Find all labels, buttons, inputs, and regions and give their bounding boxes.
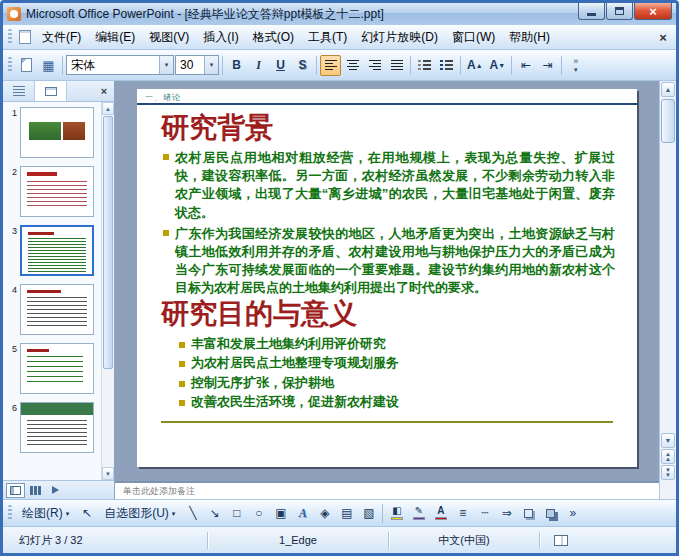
slide-sorter-view-button[interactable]: [26, 483, 45, 498]
bullets-button[interactable]: [436, 55, 457, 76]
design-template-status[interactable]: 1_Edge: [208, 531, 388, 550]
align-center-button[interactable]: [342, 55, 363, 76]
maximize-button[interactable]: [606, 3, 633, 20]
line-style-button[interactable]: ≡: [452, 503, 473, 524]
select-objects-button[interactable]: ↖: [76, 503, 97, 524]
arrow-tool-button[interactable]: ↘: [204, 503, 225, 524]
textbox-tool-button[interactable]: ▣: [270, 503, 291, 524]
slide-purpose-list[interactable]: 丰富和发展土地集约利用评价研究 为农村居民点土地整理专项规划服务 控制无序扩张，…: [179, 337, 399, 409]
new-presentation-button[interactable]: [16, 55, 37, 76]
autoshapes-menu-button[interactable]: 自选图形(U) ▾: [98, 503, 181, 524]
dash-style-button[interactable]: ┄: [474, 503, 495, 524]
close-button[interactable]: ×: [634, 3, 672, 20]
minimize-button[interactable]: [578, 3, 605, 20]
text-shadow-button[interactable]: S: [292, 55, 313, 76]
panel-scroll-track[interactable]: [102, 115, 114, 467]
clipart-button[interactable]: ▤: [336, 503, 357, 524]
increase-indent-button[interactable]: ⇥: [537, 55, 558, 76]
line-color-button[interactable]: ✎: [408, 503, 429, 524]
line-tool-button[interactable]: ╲: [182, 503, 203, 524]
notes-pane[interactable]: 单击此处添加备注: [115, 481, 659, 499]
rectangle-tool-button[interactable]: □: [226, 503, 247, 524]
align-left-button[interactable]: [320, 55, 341, 76]
menu-window[interactable]: 窗口(W): [445, 25, 502, 50]
threed-style-button[interactable]: [540, 503, 561, 524]
slide-body-text[interactable]: 农村居民点用地相对粗放经营，在用地规模上，表现为总量失控、扩展过快，建设容积率低…: [163, 149, 615, 298]
panel-scroll-down-button[interactable]: ▼: [102, 467, 114, 480]
thumbnail-preview[interactable]: [20, 166, 94, 217]
slide-thumbnail-1[interactable]: 1: [7, 107, 101, 158]
italic-button[interactable]: I: [248, 55, 269, 76]
drawbar-drag-handle[interactable]: [8, 505, 12, 521]
size-combo-arrow-icon[interactable]: ▾: [204, 56, 218, 74]
document-close-button[interactable]: ×: [652, 30, 674, 45]
next-slide-button[interactable]: ▼ ▼: [661, 465, 675, 480]
slide-thumbnail-6[interactable]: 6: [7, 402, 101, 453]
menubar-drag-handle[interactable]: [8, 29, 12, 45]
align-right-button[interactable]: [364, 55, 385, 76]
numbering-button[interactable]: [414, 55, 435, 76]
justify-button[interactable]: [386, 55, 407, 76]
menu-edit[interactable]: 编辑(E): [88, 25, 142, 50]
scroll-down-button[interactable]: ▼: [661, 433, 675, 448]
bold-button[interactable]: B: [226, 55, 247, 76]
thumbnail-preview[interactable]: [20, 402, 94, 453]
menu-insert[interactable]: 插入(I): [196, 25, 245, 50]
arrow-style-button[interactable]: ⇒: [496, 503, 517, 524]
menu-help[interactable]: 帮助(H): [502, 25, 557, 50]
previous-slide-button[interactable]: ▲ ▲: [661, 449, 675, 464]
fill-color-button[interactable]: ◧: [386, 503, 407, 524]
menu-tools[interactable]: 工具(T): [301, 25, 354, 50]
insert-picture-button[interactable]: ▧: [358, 503, 379, 524]
scroll-thumb[interactable]: [661, 99, 675, 143]
tab-outline[interactable]: [3, 81, 35, 101]
panel-close-button[interactable]: ×: [94, 81, 114, 101]
decrease-font-size-button[interactable]: A▼: [487, 55, 509, 76]
scroll-track[interactable]: [661, 99, 675, 432]
vertical-scrollbar[interactable]: ▲ ▼ ▲ ▲ ▼ ▼: [659, 81, 676, 499]
font-name-combo[interactable]: 宋体 ▾: [66, 55, 174, 75]
panel-scrollbar[interactable]: ▲ ▼: [101, 102, 114, 480]
draw-menu-button[interactable]: 绘图(R) ▾: [16, 503, 75, 524]
font-color-button[interactable]: A: [430, 503, 451, 524]
panel-scroll-thumb[interactable]: [103, 116, 113, 369]
slide-thumbnail-2[interactable]: 2: [7, 166, 101, 217]
toolbar-options-button[interactable]: »▾: [565, 55, 586, 76]
normal-view-button[interactable]: [6, 483, 25, 498]
panel-scroll-up-button[interactable]: ▲: [102, 102, 114, 115]
increase-font-size-button[interactable]: A▲: [464, 55, 486, 76]
thumbnail-preview[interactable]: [20, 225, 94, 276]
shadow-style-button[interactable]: [518, 503, 539, 524]
thumbnail-preview[interactable]: [20, 343, 94, 394]
thumbnail-preview[interactable]: [20, 107, 94, 158]
font-size-combo[interactable]: 30 ▾: [175, 55, 219, 75]
spellcheck-icon[interactable]: [554, 535, 568, 546]
diagram-button[interactable]: ◈: [314, 503, 335, 524]
slideshow-button[interactable]: [46, 483, 65, 498]
slide-canvas[interactable]: 一、绪论 研究背景 农村居民点用地相对粗放经营，在用地规模上，表现为总量失控、扩…: [137, 89, 637, 467]
underline-button[interactable]: U: [270, 55, 291, 76]
thumbnail-preview[interactable]: [20, 284, 94, 335]
slide-thumbnail-3[interactable]: 3: [7, 225, 101, 276]
oval-tool-button[interactable]: ○: [248, 503, 269, 524]
slide-workspace[interactable]: 一、绪论 研究背景 农村居民点用地相对粗放经营，在用地规模上，表现为总量失控、扩…: [115, 81, 659, 481]
table-button[interactable]: ▦: [38, 55, 59, 76]
scroll-up-button[interactable]: ▲: [661, 82, 675, 97]
slide-thumbnail-5[interactable]: 5: [7, 343, 101, 394]
slide-title-research-background[interactable]: 研究背景: [161, 109, 273, 147]
title-bar[interactable]: Microsoft Office PowerPoint - [经典毕业论文答辩p…: [3, 3, 676, 25]
document-icon[interactable]: [19, 30, 31, 44]
menu-view[interactable]: 视图(V): [142, 25, 196, 50]
slide-thumbnail-4[interactable]: 4: [7, 284, 101, 335]
menu-slideshow[interactable]: 幻灯片放映(D): [354, 25, 445, 50]
font-combo-arrow-icon[interactable]: ▾: [159, 56, 173, 74]
toolbar-drag-handle[interactable]: [8, 57, 12, 73]
slide-title-purpose[interactable]: 研究目的与意义: [161, 295, 357, 333]
menu-format[interactable]: 格式(O): [246, 25, 301, 50]
menu-file[interactable]: 文件(F): [35, 25, 88, 50]
language-status[interactable]: 中文(中国): [389, 531, 539, 550]
decrease-indent-button[interactable]: ⇤: [515, 55, 536, 76]
wordart-button[interactable]: A: [292, 503, 313, 524]
drawbar-options-button[interactable]: »: [562, 503, 583, 524]
tab-slides[interactable]: [35, 81, 67, 101]
